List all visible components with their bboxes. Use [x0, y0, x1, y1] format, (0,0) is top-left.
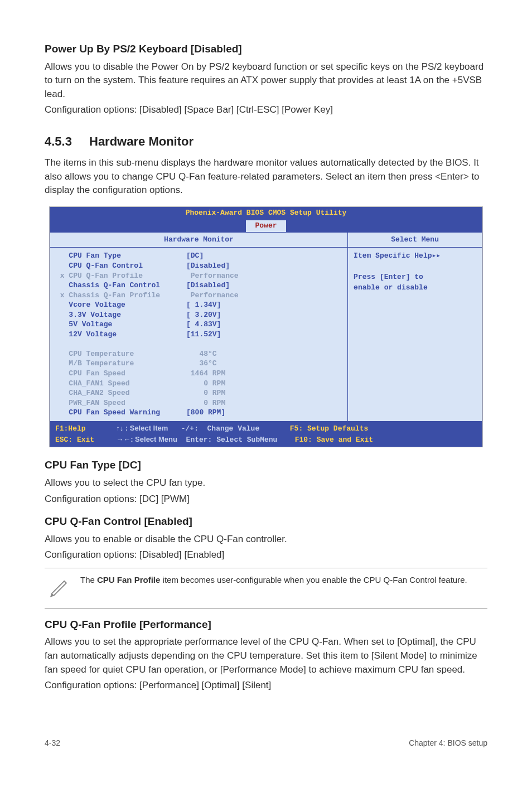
- para-cpu-fan-type-desc: Allows you to select the CPU fan type.: [45, 476, 487, 490]
- bios-setting-row[interactable]: CPU Fan Speed Warning [800 RPM]: [56, 408, 342, 418]
- note-suffix: item becomes user-configurable when you …: [160, 575, 467, 584]
- heading-cpu-fan-type: CPU Fan Type [DC]: [45, 457, 487, 473]
- bios-setting-row[interactable]: [56, 339, 342, 349]
- chapter-label: Chapter 4: BIOS setup: [409, 737, 487, 748]
- bios-setting-row[interactable]: Chassis Q-Fan Control [Disabled]: [56, 281, 342, 291]
- note-bold: CPU Fan Profile: [97, 575, 160, 584]
- para-qfan-profile-desc: Allows you to set the appropriate perfor…: [45, 635, 487, 677]
- para-qfan-control-desc: Allows you to enable or disable the CPU …: [45, 533, 487, 547]
- bios-setting-row[interactable]: 3.3V Voltage [ 3.20V]: [56, 310, 342, 320]
- page-number: 4-32: [45, 737, 60, 748]
- help-line1: Press [Enter] to: [354, 272, 476, 283]
- section-number: 4.5.3: [45, 133, 89, 151]
- para-qfan-profile-opts: Configuration options: [Performance] [Op…: [45, 679, 487, 693]
- bios-setting-row: CPU Fan Speed 1464 RPM: [56, 369, 342, 379]
- footer-select-item: ↑↓ : Select Item: [116, 424, 168, 432]
- bios-titlebar: Phoenix-Award BIOS CMOS Setup Utility: [50, 207, 482, 220]
- para-hwmonitor-desc: The items in this sub-menu displays the …: [45, 156, 487, 197]
- bios-setting-row: PWR_FAN Speed 0 RPM: [56, 398, 342, 408]
- para-qfan-control-opts: Configuration options: [Disabled] [Enabl…: [45, 548, 487, 562]
- bios-setting-row: CHA_FAN2 Speed 0 RPM: [56, 388, 342, 398]
- footer-f5: F5: Setup Defaults: [290, 424, 368, 433]
- bios-setting-row[interactable]: 12V Voltage [11.52V]: [56, 330, 342, 340]
- para-power-up-desc: Allows you to disable the Power On by PS…: [45, 60, 487, 102]
- footer-f10: F10: Save and Exit: [295, 436, 373, 444]
- bios-setting-row: CHA_FAN1 Speed 0 RPM: [56, 379, 342, 389]
- bios-setting-row[interactable]: Vcore Voltage [ 1.34V]: [56, 300, 342, 310]
- footer-esc: ESC: Exit: [55, 436, 94, 444]
- pencil-icon: [47, 574, 71, 603]
- note-box: The CPU Fan Profile item becomes user-co…: [45, 568, 487, 609]
- bios-footer: F1:Help ↑↓ : Select Item -/+: Change Val…: [50, 422, 482, 447]
- section-title: Hardware Monitor: [89, 134, 194, 148]
- bios-tab-row: Power: [50, 220, 482, 232]
- bios-help-panel: Item Specific Help▸▸ Press [Enter] to en…: [348, 248, 482, 421]
- footer-enter: Enter: Select SubMenu: [186, 436, 278, 444]
- bios-header-right: Select Menu: [348, 233, 482, 248]
- para-cpu-fan-type-opts: Configuration options: [DC] [PWM]: [45, 492, 487, 506]
- bios-setting-row: M/B Temperature 36°C: [56, 359, 342, 369]
- section-heading: 4.5.3Hardware Monitor: [45, 133, 487, 151]
- bios-tab-power[interactable]: Power: [245, 220, 286, 232]
- note-text: The CPU Fan Profile item becomes user-co…: [80, 574, 467, 586]
- help-title: Item Specific Help▸▸: [354, 251, 476, 262]
- footer-f1: F1:Help: [55, 424, 86, 433]
- bios-setting-row[interactable]: CPU Fan Type [DC]: [56, 251, 342, 261]
- footer-change: -/+: Change Value: [181, 424, 259, 433]
- bios-setting-row[interactable]: 5V Voltage [ 4.83V]: [56, 320, 342, 330]
- para-power-up-opts: Configuration options: [Disabled] [Space…: [45, 103, 487, 117]
- bios-content: CPU Fan Type [DC] CPU Q-Fan Control [Dis…: [50, 248, 482, 421]
- bios-setting-row: CPU Temperature 48°C: [56, 349, 342, 359]
- bios-setting-row: x Chassis Q-Fan Profile Performance: [56, 291, 342, 301]
- heading-qfan-profile: CPU Q-Fan Profile [Performance]: [45, 617, 487, 632]
- bios-setting-row[interactable]: CPU Q-Fan Control [Disabled]: [56, 261, 342, 271]
- bios-setting-row: x CPU Q-Fan Profile Performance: [56, 271, 342, 281]
- bios-window: Phoenix-Award BIOS CMOS Setup Utility Po…: [49, 206, 483, 448]
- footer-select-menu: →←: Select Menu: [116, 435, 177, 443]
- bios-header-row: Hardware Monitor Select Menu: [50, 232, 482, 248]
- heading-qfan-control: CPU Q-Fan Control [Enabled]: [45, 514, 487, 529]
- bios-header-left: Hardware Monitor: [50, 233, 348, 248]
- page-footer: 4-32 Chapter 4: BIOS setup: [45, 737, 487, 748]
- note-prefix: The: [80, 575, 97, 584]
- help-line2: enable or disable: [354, 283, 476, 293]
- heading-power-up: Power Up By PS/2 Keyboard [Disabled]: [45, 41, 487, 57]
- bios-settings-panel[interactable]: CPU Fan Type [DC] CPU Q-Fan Control [Dis…: [50, 248, 348, 421]
